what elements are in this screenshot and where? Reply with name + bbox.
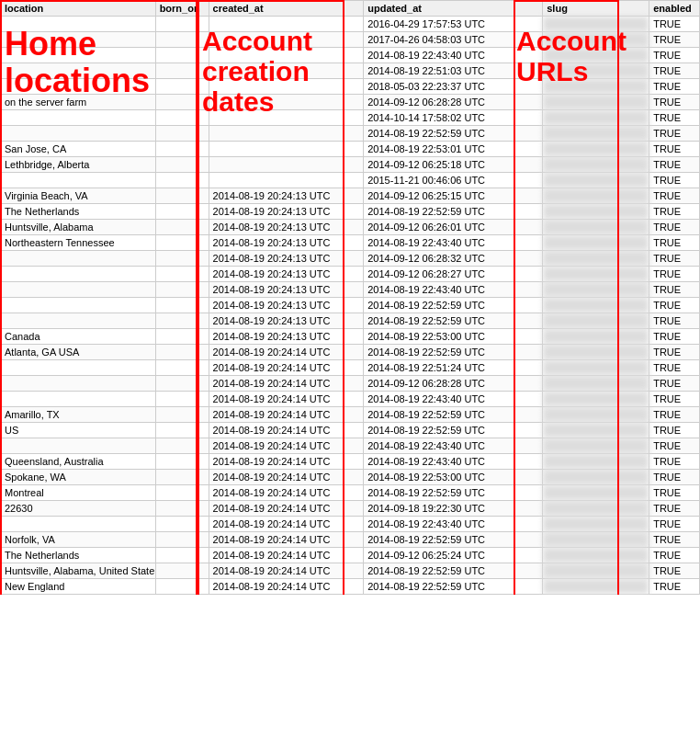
cell-enabled: TRUE bbox=[649, 17, 700, 32]
cell-updated_at: 2014-09-12 06:25:18 UTC bbox=[364, 157, 543, 173]
cell-slug: BLURRED bbox=[543, 251, 649, 267]
cell-enabled: TRUE bbox=[649, 579, 700, 595]
cell-enabled: TRUE bbox=[649, 438, 700, 454]
table-row: 2015-11-21 00:46:06 UTCBLURREDTRUE bbox=[1, 173, 700, 188]
cell-slug: BLURRED bbox=[543, 95, 649, 110]
cell-slug: BLURRED bbox=[543, 454, 649, 470]
table-row: 2014-08-19 22:51:03 UTCBLURREDTRUE bbox=[1, 63, 700, 79]
cell-enabled: TRUE bbox=[649, 63, 700, 79]
cell-created_at: 2014-08-19 20:24:13 UTC bbox=[209, 298, 364, 313]
cell-born_on bbox=[155, 173, 209, 188]
cell-location bbox=[1, 63, 156, 79]
cell-location bbox=[1, 313, 156, 329]
table-row: Huntsville, Alabama2014-08-19 20:24:13 U… bbox=[1, 220, 700, 235]
cell-location: Huntsville, Alabama, United State bbox=[1, 563, 156, 579]
cell-created_at bbox=[209, 157, 364, 173]
cell-created_at: 2014-08-19 20:24:14 UTC bbox=[209, 345, 364, 360]
table-row: Montreal2014-08-19 20:24:14 UTC2014-08-1… bbox=[1, 485, 700, 501]
cell-enabled: TRUE bbox=[649, 126, 700, 142]
cell-born_on bbox=[155, 251, 209, 267]
cell-slug: BLURRED bbox=[543, 548, 649, 563]
cell-slug: BLURRED bbox=[543, 360, 649, 376]
cell-slug: BLURRED bbox=[543, 63, 649, 79]
cell-updated_at: 2014-08-19 22:52:59 UTC bbox=[364, 313, 543, 329]
cell-born_on bbox=[155, 345, 209, 360]
cell-enabled: TRUE bbox=[649, 376, 700, 392]
cell-born_on bbox=[155, 532, 209, 548]
cell-enabled: TRUE bbox=[649, 298, 700, 313]
cell-updated_at: 2014-09-12 06:26:01 UTC bbox=[364, 220, 543, 235]
table-row: 2014-10-14 17:58:02 UTCBLURREDTRUE bbox=[1, 110, 700, 126]
cell-enabled: TRUE bbox=[649, 563, 700, 579]
cell-created_at: 2014-08-19 20:24:14 UTC bbox=[209, 517, 364, 532]
cell-updated_at: 2014-08-19 22:43:40 UTC bbox=[364, 454, 543, 470]
cell-born_on bbox=[155, 188, 209, 204]
cell-born_on bbox=[155, 485, 209, 501]
table-row: 2014-08-19 20:24:13 UTC2014-08-19 22:43:… bbox=[1, 282, 700, 298]
cell-created_at: 2014-08-19 20:24:14 UTC bbox=[209, 485, 364, 501]
cell-enabled: TRUE bbox=[649, 142, 700, 157]
table-row: The Netherlands2014-08-19 20:24:13 UTC20… bbox=[1, 204, 700, 220]
table-row: 226302014-08-19 20:24:14 UTC2014-09-18 1… bbox=[1, 501, 700, 517]
cell-born_on bbox=[155, 423, 209, 438]
cell-location bbox=[1, 282, 156, 298]
cell-slug: BLURRED bbox=[543, 376, 649, 392]
cell-updated_at: 2014-09-12 06:28:32 UTC bbox=[364, 251, 543, 267]
cell-slug: BLURRED bbox=[543, 267, 649, 282]
table-row: US2014-08-19 20:24:14 UTC2014-08-19 22:5… bbox=[1, 423, 700, 438]
cell-location: Norfolk, VA bbox=[1, 532, 156, 548]
cell-born_on bbox=[155, 79, 209, 95]
cell-location bbox=[1, 173, 156, 188]
cell-enabled: TRUE bbox=[649, 423, 700, 438]
cell-slug: BLURRED bbox=[543, 126, 649, 142]
cell-location bbox=[1, 251, 156, 267]
cell-updated_at: 2014-08-19 22:51:03 UTC bbox=[364, 63, 543, 79]
cell-updated_at: 2014-08-19 22:43:40 UTC bbox=[364, 282, 543, 298]
cell-updated_at: 2014-08-19 22:52:59 UTC bbox=[364, 407, 543, 423]
cell-updated_at: 2014-08-19 22:52:59 UTC bbox=[364, 563, 543, 579]
cell-created_at: 2014-08-19 20:24:14 UTC bbox=[209, 548, 364, 563]
cell-created_at: 2014-08-19 20:24:13 UTC bbox=[209, 251, 364, 267]
cell-updated_at: 2014-08-19 22:52:59 UTC bbox=[364, 532, 543, 548]
cell-location: Spokane, WA bbox=[1, 470, 156, 485]
cell-enabled: TRUE bbox=[649, 407, 700, 423]
table-row: New England2014-08-19 20:24:14 UTC2014-0… bbox=[1, 579, 700, 595]
cell-slug: BLURRED bbox=[543, 517, 649, 532]
cell-enabled: TRUE bbox=[649, 251, 700, 267]
cell-slug: BLURRED bbox=[543, 470, 649, 485]
cell-created_at bbox=[209, 142, 364, 157]
cell-slug: BLURRED bbox=[543, 142, 649, 157]
cell-created_at: 2014-08-19 20:24:14 UTC bbox=[209, 423, 364, 438]
cell-born_on bbox=[155, 32, 209, 48]
cell-location: Atlanta, GA USA bbox=[1, 345, 156, 360]
cell-slug: BLURRED bbox=[543, 501, 649, 517]
col-header-created-at: created_at bbox=[209, 1, 364, 17]
cell-enabled: TRUE bbox=[649, 470, 700, 485]
cell-updated_at: 2018-05-03 22:23:37 UTC bbox=[364, 79, 543, 95]
cell-location bbox=[1, 48, 156, 63]
cell-updated_at: 2014-09-18 19:22:30 UTC bbox=[364, 501, 543, 517]
cell-enabled: TRUE bbox=[649, 48, 700, 63]
cell-created_at: 2014-08-19 20:24:14 UTC bbox=[209, 376, 364, 392]
cell-enabled: TRUE bbox=[649, 532, 700, 548]
cell-enabled: TRUE bbox=[649, 282, 700, 298]
table-row: 2014-08-19 20:24:14 UTC2014-08-19 22:43:… bbox=[1, 517, 700, 532]
cell-location: 22630 bbox=[1, 501, 156, 517]
cell-enabled: TRUE bbox=[649, 188, 700, 204]
cell-updated_at: 2014-08-19 22:52:59 UTC bbox=[364, 204, 543, 220]
cell-updated_at: 2014-08-19 22:52:59 UTC bbox=[364, 298, 543, 313]
cell-slug: BLURRED bbox=[543, 407, 649, 423]
cell-born_on bbox=[155, 48, 209, 63]
cell-created_at: 2014-08-19 20:24:13 UTC bbox=[209, 313, 364, 329]
cell-slug: BLURRED bbox=[543, 563, 649, 579]
cell-slug: BLURRED bbox=[543, 438, 649, 454]
cell-born_on bbox=[155, 220, 209, 235]
table-row: Lethbridge, Alberta2014-09-12 06:25:18 U… bbox=[1, 157, 700, 173]
cell-updated_at: 2014-09-12 06:28:28 UTC bbox=[364, 95, 543, 110]
cell-location: The Netherlands bbox=[1, 548, 156, 563]
cell-created_at: 2014-08-19 20:24:14 UTC bbox=[209, 360, 364, 376]
table-row: 2014-08-19 20:24:13 UTC2014-09-12 06:28:… bbox=[1, 267, 700, 282]
cell-created_at bbox=[209, 79, 364, 95]
col-header-enabled: enabled bbox=[649, 1, 700, 17]
cell-born_on bbox=[155, 204, 209, 220]
